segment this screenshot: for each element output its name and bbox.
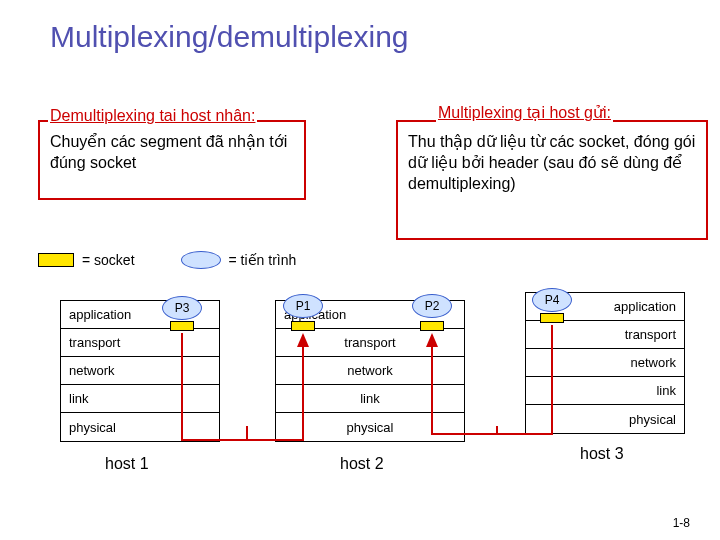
demux-heading: Demultiplexing tai host nhân: xyxy=(48,107,257,125)
host2-link: link xyxy=(276,385,464,413)
legend-process-icon xyxy=(181,251,221,269)
page-number: 1-8 xyxy=(673,516,690,530)
host2-network: network xyxy=(276,357,464,385)
mux-heading: Multiplexing tại host gửi: xyxy=(436,103,613,122)
host1-stack: application transport network link physi… xyxy=(60,300,220,442)
host3-link: link xyxy=(526,377,684,405)
host2-label: host 2 xyxy=(340,455,384,473)
process-p2: P2 xyxy=(412,294,452,318)
socket-p1 xyxy=(291,321,315,331)
host3-transport: transport xyxy=(526,321,684,349)
host1-transport: transport xyxy=(61,329,219,357)
host3-network: network xyxy=(526,349,684,377)
host1-physical: physical xyxy=(61,413,219,441)
host1-network: network xyxy=(61,357,219,385)
slide-title: Multiplexing/demultiplexing xyxy=(50,20,409,54)
process-p4: P4 xyxy=(532,288,572,312)
legend-socket-icon xyxy=(38,253,74,267)
host2-transport: transport xyxy=(276,329,464,357)
legend-process-label: = tiến trình xyxy=(229,252,297,268)
demux-box: Chuyển các segment đã nhận tới đúng sock… xyxy=(38,120,306,200)
socket-p2 xyxy=(420,321,444,331)
host3-physical: physical xyxy=(526,405,684,433)
socket-p4 xyxy=(540,313,564,323)
host3-label: host 3 xyxy=(580,445,624,463)
process-p1: P1 xyxy=(283,294,323,318)
process-p3: P3 xyxy=(162,296,202,320)
legend: = socket = tiến trình xyxy=(38,251,296,269)
mux-body: Thu thập dữ liệu từ các socket, đóng gói… xyxy=(398,122,706,204)
legend-socket-label: = socket xyxy=(82,252,135,268)
mux-box: Thu thập dữ liệu từ các socket, đóng gói… xyxy=(396,120,708,240)
host2-physical: physical xyxy=(276,413,464,441)
host1-link: link xyxy=(61,385,219,413)
socket-p3 xyxy=(170,321,194,331)
host1-label: host 1 xyxy=(105,455,149,473)
demux-body: Chuyển các segment đã nhận tới đúng sock… xyxy=(40,122,304,184)
